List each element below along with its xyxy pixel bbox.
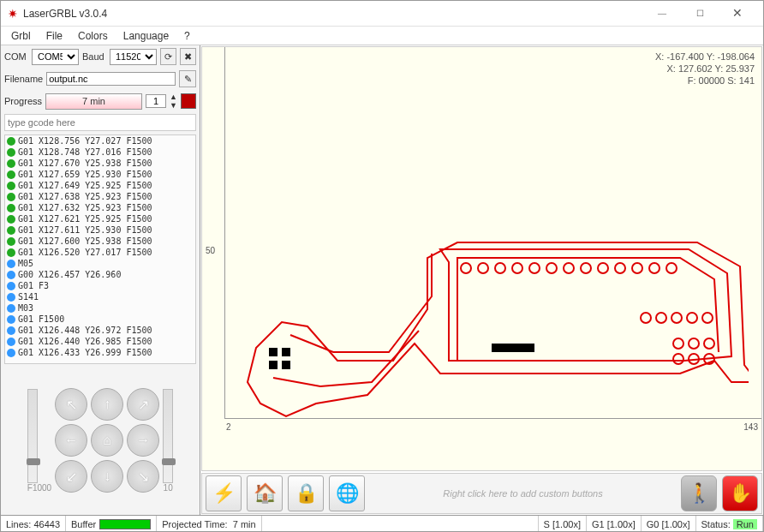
gcode-line[interactable]: G01 X127.632 Y25.923 F1500 [5, 202, 195, 213]
gcode-line[interactable]: G01 X127.659 Y25.930 F1500 [5, 169, 195, 180]
gcode-line[interactable]: G01 X126.433 Y26.999 F1500 [5, 347, 195, 358]
status-buffer: Buffer [66, 516, 157, 532]
refresh-icon[interactable]: ⟳ [160, 48, 176, 65]
gcode-text: G01 X128.748 Y27.016 F1500 [18, 147, 152, 157]
disconnect-icon[interactable]: ✖ [180, 48, 196, 65]
ok-icon [7, 226, 15, 235]
stop-button[interactable]: ✋ [722, 475, 758, 511]
status-s-override[interactable]: S [1.00x] [539, 516, 587, 532]
jog-sw[interactable]: ↙ [55, 460, 87, 493]
status-g1-override[interactable]: G1 [1.00x] [587, 516, 642, 532]
flash-icon[interactable]: ⚡ [206, 475, 242, 511]
svg-point-5 [546, 263, 557, 273]
gcode-line[interactable]: G01 F3 [5, 280, 195, 291]
left-panel: COM COM5 Baud 115200 ⟳ ✖ Filename ✎ Prog… [1, 45, 200, 515]
ok-icon [7, 237, 15, 246]
gcode-text: G01 X127.621 Y25.925 F1500 [18, 214, 152, 224]
app-icon: ✷ [8, 7, 18, 21]
filename-input[interactable] [46, 72, 176, 86]
gcode-line[interactable]: G01 X127.670 Y25.938 F1500 [5, 158, 195, 169]
step-slider[interactable] [163, 389, 173, 483]
svg-rect-24 [269, 348, 278, 356]
jog-w[interactable]: ← [55, 424, 87, 457]
progress-count[interactable] [146, 94, 166, 108]
close-button[interactable]: ✕ [719, 2, 756, 26]
queued-icon [7, 271, 15, 279]
gcode-text: S141 [18, 292, 39, 302]
gcode-line[interactable]: M05 [5, 258, 195, 269]
gcode-line[interactable]: G01 X127.611 Y25.930 F1500 [5, 224, 195, 236]
gcode-text: G01 X127.632 Y25.923 F1500 [18, 203, 152, 212]
queued-icon [7, 293, 15, 302]
jog-s[interactable]: ↓ [91, 460, 123, 493]
run-button[interactable]: 🚶 [681, 475, 717, 511]
gcode-text: G01 X127.659 Y25.930 F1500 [18, 170, 152, 179]
gcode-text: M05 [18, 259, 33, 268]
toolbar-hint[interactable]: Right click here to add custom buttons [370, 488, 676, 499]
coord-machine: X: -167.400 Y: -198.064 [655, 51, 755, 63]
gcode-text: G01 X128.756 Y27.027 F1500 [18, 136, 152, 146]
jog-se[interactable]: ↘ [127, 460, 159, 493]
com-select[interactable]: COM5 [32, 49, 79, 65]
jog-n[interactable]: ↑ [91, 388, 123, 421]
queued-icon [7, 326, 15, 335]
gcode-line[interactable]: G01 F1500 [5, 314, 195, 325]
filename-label: Filename [4, 74, 43, 84]
preview-canvas[interactable]: X: -167.400 Y: -198.064 X: 127.602 Y: 25… [201, 46, 762, 471]
axis-y [224, 47, 225, 419]
svg-point-8 [598, 263, 608, 273]
gcode-line[interactable]: S141 [5, 291, 195, 302]
jog-nw[interactable]: ↖ [55, 388, 87, 421]
ok-icon [7, 137, 15, 146]
gcode-line[interactable]: G01 X126.448 Y26.972 F1500 [5, 325, 195, 336]
svg-point-17 [702, 313, 713, 323]
baud-select[interactable]: 115200 [110, 49, 157, 65]
gcode-line[interactable]: G01 X126.440 Y26.985 F1500 [5, 336, 195, 347]
gcode-list[interactable]: G01 X128.756 Y27.027 F1500G01 X128.748 Y… [4, 134, 196, 364]
gcode-line[interactable]: G01 X127.649 Y25.925 F1500 [5, 180, 195, 191]
svg-point-15 [671, 313, 682, 323]
menu-grbl[interactable]: Grbl [11, 30, 31, 42]
globe-icon[interactable]: 🌐 [329, 475, 365, 511]
gcode-line[interactable]: M03 [5, 302, 195, 314]
file-open-icon[interactable]: ✎ [179, 70, 196, 87]
home-zoom-icon[interactable]: 🏠 [247, 475, 283, 511]
queued-icon [7, 304, 15, 313]
gcode-text: G00 X126.457 Y26.960 [18, 270, 121, 279]
menu-help[interactable]: ? [184, 30, 190, 42]
svg-point-7 [581, 263, 591, 273]
maximize-button[interactable]: ☐ [681, 2, 719, 26]
gcode-line[interactable]: G01 X128.748 Y27.016 F1500 [5, 146, 195, 158]
color-swatch[interactable] [181, 93, 196, 109]
gcode-line[interactable]: G01 X127.600 Y25.938 F1500 [5, 236, 195, 247]
svg-point-12 [666, 263, 677, 273]
jog-ne[interactable]: ↗ [127, 388, 159, 421]
step-label: 10 [163, 483, 173, 493]
gcode-input[interactable] [4, 114, 196, 131]
queued-icon [7, 315, 15, 324]
com-label: COM [4, 51, 28, 62]
gcode-line[interactable]: G00 X126.457 Y26.960 [5, 269, 195, 280]
queued-icon [7, 349, 15, 357]
gcode-text: G01 X127.670 Y25.938 F1500 [18, 158, 152, 168]
svg-rect-28 [492, 344, 534, 352]
menu-language[interactable]: Language [123, 30, 169, 42]
status-g0-override[interactable]: G0 [1.00x] [642, 516, 696, 532]
gcode-line[interactable]: G01 X127.638 Y25.923 F1500 [5, 191, 195, 202]
jog-home[interactable]: ⌂ [91, 424, 123, 457]
svg-point-1 [478, 263, 488, 273]
ok-icon [7, 170, 15, 179]
gcode-line[interactable]: G01 X127.621 Y25.925 F1500 [5, 213, 195, 224]
menu-colors[interactable]: Colors [78, 30, 108, 42]
lock-icon[interactable]: 🔒 [288, 475, 324, 511]
gcode-line[interactable]: G01 X128.756 Y27.027 F1500 [5, 135, 195, 146]
feed-slider[interactable] [27, 389, 38, 483]
minimize-button[interactable]: — [643, 2, 681, 26]
jog-e[interactable]: → [127, 424, 159, 457]
spinner-icon[interactable]: ▲▼ [170, 93, 177, 110]
gcode-line[interactable]: G01 X126.520 Y27.017 F1500 [5, 247, 195, 258]
menu-file[interactable]: File [46, 30, 63, 42]
svg-point-0 [461, 263, 471, 273]
tick-y-50: 50 [206, 246, 215, 255]
ok-icon [7, 148, 15, 157]
